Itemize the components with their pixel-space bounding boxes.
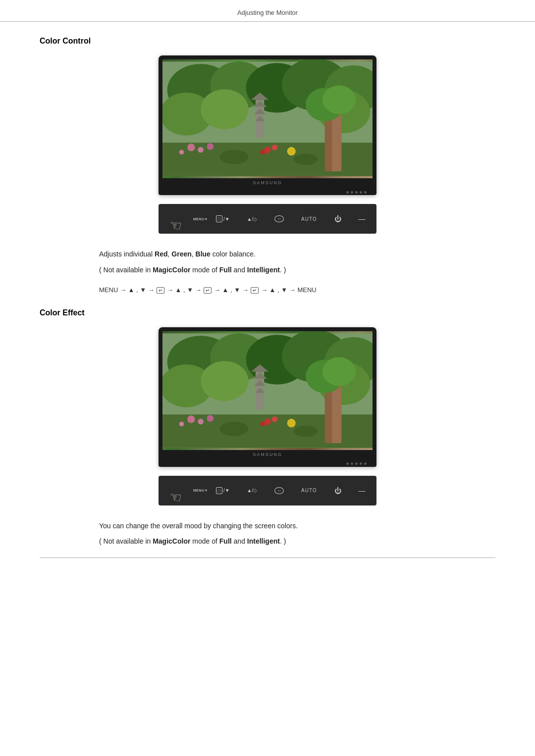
note-intelligent-1: Intelligent [247,266,280,274]
desc-suffix: color balance. [211,250,256,258]
monitor-btn-2 [351,191,353,194]
svg-point-59 [322,357,356,386]
control-bar-1-wrapper: ☞ MENU▼ □ /▼ ▲/◇ ↔ AUTO ⏻ — [40,204,495,234]
desc-red: Red [155,250,167,258]
monitor-2-btn-1 [346,462,349,465]
note-prefix-2: ( Not available in [99,537,153,545]
svg-point-61 [294,425,318,437]
garden-image-2 [162,331,373,450]
hand-icon-1: ☞ [168,216,183,235]
color-effect-note: ( Not available in MagicColor mode of Fu… [99,536,495,548]
svg-point-17 [207,143,214,150]
link-icon-1: ↔ [274,215,284,222]
desc-green: Green [171,250,191,258]
monitor-btn-4 [360,191,362,194]
note-magiccolor-1: MagicColor [153,266,190,274]
svg-point-20 [272,145,278,151]
samsung-logo-1: SAMSUNG [253,180,282,185]
color-control-title: Color Control [40,37,495,46]
ctrl-dash-2: — [359,487,366,495]
desc-blue: Blue [196,250,211,258]
desc-prefix: Adjusts individual [99,250,155,258]
ctrl-link-2: ↔ [274,487,284,494]
ctrl-vol-text-1: ▲/◇ [247,216,258,222]
color-control-menu-nav: MENU → ▲ , ▼ → ↵ → ▲ , ▼ → ↵ → ▲ , ▼ → ↵… [40,286,495,294]
color-control-monitor: SAMSUNG [159,55,376,195]
ctrl-brightness-1: □ /▼ [216,215,230,222]
color-control-description: Adjusts individual Red, Green, Blue colo… [40,249,495,276]
nav-enter-2: ↵ [204,287,212,294]
monitor-1-buttons [162,189,373,195]
menu-nav-text: MENU → ▲ , ▼ → [99,286,156,294]
monitor-btn-3 [355,191,358,194]
color-control-note: ( Not available in MagicColor mode of Fu… [99,264,495,276]
svg-point-28 [322,86,356,114]
nav-mid-2: → ▲ , ▼ → [212,286,250,294]
control-bar-2-wrapper: ☞ MENU▼ □ /▼ ▲/◇ ↔ AUTO ⏻ — [40,476,495,505]
note-mid-1: mode of [190,266,219,274]
svg-point-15 [187,144,195,151]
note-mid-2: mode of [190,537,219,545]
monitor-2-buttons [162,461,373,467]
color-control-section: Color Control [40,37,495,294]
brightness-icon-2: □ [216,487,222,494]
svg-point-29 [220,150,249,164]
brightness-icon-1: □ [216,215,222,222]
note-end-1: . ) [280,266,286,274]
ctrl-menu-label-2: MENU▼ [193,489,208,492]
ctrl-brightness-sep-2: /▼ [223,488,230,493]
page-content: Color Control [0,22,535,583]
samsung-logo-2: SAMSUNG [253,452,282,457]
color-effect-section: Color Effect [40,308,495,548]
ctrl-power-2: ⏻ [334,487,341,495]
svg-point-60 [220,421,249,436]
svg-point-52 [261,421,266,426]
svg-point-53 [287,419,296,427]
color-effect-screen [162,331,373,450]
nav-enter-1: ↵ [157,287,164,294]
ctrl-group-1: □ /▼ ▲/◇ ↔ AUTO ⏻ — [212,215,369,223]
color-control-monitor-wrapper: SAMSUNG [40,55,495,195]
control-bar-1: ☞ MENU▼ □ /▼ ▲/◇ ↔ AUTO ⏻ — [159,204,376,234]
page-footer [40,557,495,563]
note-intelligent-2: Intelligent [247,537,280,545]
ctrl-auto-1: AUTO [301,216,317,222]
note-full-2: Full [219,537,232,545]
ctrl-volume-1: ▲/◇ [247,216,258,222]
hand-icon-2: ☞ [168,488,183,506]
svg-point-49 [179,421,184,426]
color-effect-desc-p: You can change the overall mood by chang… [99,520,495,532]
svg-point-50 [264,418,270,425]
monitor-btn-1 [346,191,349,194]
ctrl-dash-1: — [359,215,366,223]
monitor-2-btn-5 [364,462,367,465]
color-effect-description: You can change the overall mood by chang… [40,520,495,548]
note-and-2: and [232,537,247,545]
svg-point-38 [201,361,248,401]
monitor-btn-5 [364,191,367,194]
note-prefix-1: ( Not available in [99,266,153,274]
color-effect-monitor-wrapper: SAMSUNG [40,327,495,467]
garden-image-1 [162,59,373,178]
color-effect-title: Color Effect [40,308,495,317]
nav-mid-3: → ▲ , ▼ → MENU [259,286,316,294]
ctrl-menu-label-1: MENU▼ [193,217,208,221]
ctrl-link-1: ↔ [274,215,284,222]
svg-point-48 [207,415,214,421]
ctrl-vol-text-2: ▲/◇ [247,488,258,493]
color-control-desc-p: Adjusts individual Red, Green, Blue colo… [99,249,495,260]
note-end-2: . ) [280,537,286,545]
link-icon-2: ↔ [274,487,284,494]
ctrl-group-2: □ /▼ ▲/◇ ↔ AUTO ⏻ — [212,487,369,495]
note-and-1: and [232,266,247,274]
color-effect-monitor: SAMSUNG [159,327,376,467]
desc-comma2: , [192,250,196,258]
ctrl-brightness-sep-1: /▼ [223,216,230,222]
ctrl-brightness-2: □ /▼ [216,487,230,494]
svg-point-30 [294,153,318,165]
svg-point-7 [201,89,248,129]
control-bar-2: ☞ MENU▼ □ /▼ ▲/◇ ↔ AUTO ⏻ — [159,476,376,505]
svg-point-21 [261,150,266,155]
svg-point-22 [287,147,296,155]
svg-point-46 [187,415,195,423]
